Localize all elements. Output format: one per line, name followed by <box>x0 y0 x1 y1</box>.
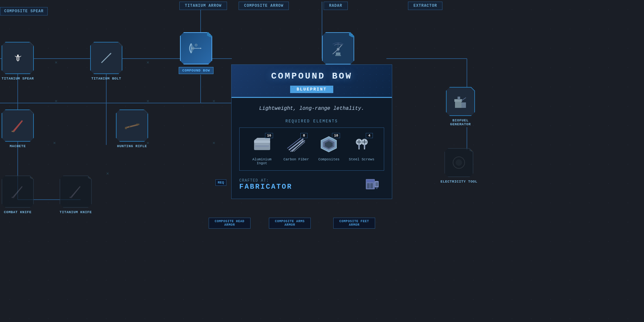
node-box-biofuel <box>446 87 475 116</box>
bottom-nav-composite-head[interactable]: COMPOSITE HEAD ARMOR <box>209 218 251 229</box>
icon-biofuel <box>451 92 470 111</box>
icon-machete <box>8 116 27 135</box>
element-composites: 18 Composites <box>317 133 340 165</box>
elements-grid: 16 Aluminium Ingot <box>239 128 384 171</box>
node-titanium-knife[interactable]: 🔒 TITANIUM KNIFE <box>60 175 92 214</box>
element-name-carbon: Carbon Fiber <box>283 157 309 161</box>
node-box-radar: ✓ <box>322 32 354 64</box>
node-box-titanium-knife: 🔒 <box>60 175 92 208</box>
svg-rect-59 <box>364 144 365 149</box>
element-icon-wrap-carbon: 8 <box>285 133 308 156</box>
label-titanium-knife: TITANIUM KNIFE <box>60 210 92 214</box>
svg-rect-28 <box>12 131 14 132</box>
x-marker-3: ✕ <box>55 98 57 104</box>
top-label-extractor: EXTRACTOR <box>408 2 442 10</box>
label-combat-knife: COMBAT KNIFE <box>4 210 32 214</box>
element-count-carbon: 8 <box>300 133 308 138</box>
left-label-composite-spear: COMPOSITE SPEAR <box>0 7 48 15</box>
element-aluminium-ingot: 16 Aluminium Ingot <box>249 133 275 165</box>
svg-rect-20 <box>336 52 340 55</box>
label-machete: MACHETE <box>10 144 26 148</box>
label-compound-bow: COMPOUND BOW <box>179 67 213 74</box>
label-electricity-tool: ELECTRICITY TOOL <box>440 180 477 184</box>
x-marker-8: ✕ <box>213 140 215 146</box>
svg-rect-68 <box>375 182 378 186</box>
x-marker-4: ✕ <box>147 98 149 104</box>
node-biofuel-generator[interactable]: BIOFUEL GENERATOR <box>441 87 480 126</box>
svg-rect-52 <box>358 144 360 149</box>
crafted-at: CRAFTED AT: FABRICATOR <box>239 178 384 191</box>
node-box-electricity-tool: 🔒 <box>444 148 473 177</box>
svg-rect-39 <box>255 146 269 147</box>
icon-compound-bow <box>186 39 206 58</box>
svg-rect-37 <box>254 140 270 143</box>
label-biofuel-generator: BIOFUEL GENERATOR <box>441 118 480 126</box>
detail-panel: COMPOUND BOW BLUEPRINT Lightweight, long… <box>231 64 392 199</box>
crafted-at-label: CRAFTED AT: <box>239 178 384 183</box>
element-name-composites: Composites <box>318 157 339 161</box>
icon-combat-knife <box>8 182 27 201</box>
svg-line-45 <box>294 142 305 152</box>
top-label-radar: RADAR <box>324 2 348 10</box>
element-count-aluminium: 16 <box>265 133 273 138</box>
svg-point-18 <box>195 44 197 46</box>
element-icon-wrap-composites: 18 <box>317 133 340 156</box>
svg-rect-33 <box>70 197 72 198</box>
label-hunting-rifle: HUNTING RIFLE <box>117 144 147 148</box>
node-machete[interactable]: MACHETE <box>2 109 34 148</box>
crafted-at-value: FABRICATOR <box>239 183 384 191</box>
fabricator-icon <box>363 175 381 194</box>
bottom-nav-composite-feet[interactable]: COMPOSITE FEET ARMOR <box>333 218 375 229</box>
top-label-composite-arrow: COMPOSITE ARROW <box>239 2 289 10</box>
node-compound-bow[interactable]: ✓ COMPOUND BOW <box>179 32 213 74</box>
svg-point-69 <box>376 187 378 189</box>
detail-desc: Lightweight, long-range lethality. <box>239 106 384 111</box>
node-box-machete <box>2 109 34 142</box>
node-electricity-tool[interactable]: 🔒 ELECTRICITY TOOL <box>440 148 477 184</box>
svg-rect-64 <box>366 180 374 182</box>
label-titanium-spear: TITANIUM SPEAR <box>2 77 34 80</box>
x-marker-9: ✕ <box>106 171 109 176</box>
svg-line-41 <box>289 139 303 150</box>
node-combat-knife[interactable]: 🔒 COMBAT KNIFE <box>2 175 34 214</box>
svg-line-12 <box>101 53 111 63</box>
svg-rect-32 <box>12 197 14 198</box>
detail-panel-header: COMPOUND BOW BLUEPRINT <box>232 65 392 98</box>
element-count-composites: 18 <box>332 133 340 138</box>
svg-point-35 <box>456 159 462 166</box>
icon-electricity-tool <box>449 153 469 172</box>
top-label-titanium-arrow: TITANIUM ARROW <box>179 2 227 10</box>
required-elements-title: REQUIRED ELEMENTS <box>239 119 384 124</box>
node-hunting-rifle[interactable]: HUNTING RIFLE <box>116 109 148 148</box>
svg-rect-24 <box>461 102 466 108</box>
node-box-titanium-bolt <box>90 42 122 74</box>
x-marker-5: ✕ <box>213 98 215 104</box>
icon-hunting-rifle <box>122 116 142 135</box>
svg-rect-30 <box>125 127 127 129</box>
label-titanium-bolt: TITANIUM BOLT <box>91 77 121 80</box>
node-radar[interactable]: ✓ <box>322 32 354 64</box>
node-titanium-bolt[interactable]: TITANIUM BOLT <box>90 42 122 80</box>
node-box-titanium-spear: 🗡 <box>2 42 34 74</box>
detail-panel-body: Lightweight, long-range lethality. REQUI… <box>232 98 392 199</box>
svg-rect-29 <box>136 124 139 125</box>
svg-line-27 <box>461 98 466 101</box>
req-partial: REQ <box>215 179 226 186</box>
svg-rect-66 <box>367 183 370 188</box>
svg-rect-21 <box>335 55 341 56</box>
bottom-nav-composite-arms[interactable]: COMPOSITE ARMS ARMOR <box>269 218 311 229</box>
element-icon-wrap-screws: 4 <box>350 133 373 156</box>
x-marker-7: ✕ <box>53 140 56 146</box>
svg-rect-26 <box>458 97 460 100</box>
x-marker-1: ✕ <box>55 60 57 65</box>
element-name-screws: Steel Screws <box>349 157 374 161</box>
element-name-aluminium: Aluminium Ingot <box>249 157 275 165</box>
element-carbon-fiber: 8 Carbon Fiber <box>283 133 309 165</box>
icon-titanium-knife <box>66 182 85 201</box>
node-titanium-spear[interactable]: 🗡 TITANIUM SPEAR <box>2 42 34 80</box>
node-box-combat-knife: 🔒 <box>2 175 34 208</box>
svg-rect-67 <box>370 183 373 188</box>
svg-marker-16 <box>200 48 202 49</box>
x-marker-2: ✕ <box>147 60 149 65</box>
svg-rect-38 <box>255 144 269 145</box>
